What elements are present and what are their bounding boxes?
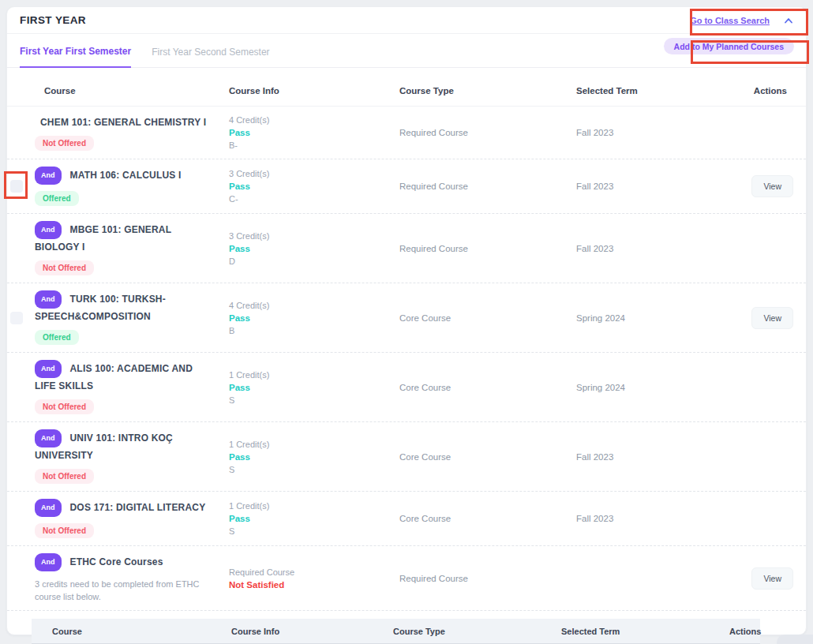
course-info-cell: 1 Credit(s) Pass S — [223, 438, 399, 476]
col-header-selected-term: Selected Term — [576, 86, 744, 95]
course-info-cell: 4 Credit(s) Pass B — [223, 299, 399, 337]
course-cell: AndMATH 106: CALCULUS I Offered — [35, 167, 223, 206]
checkbox-cell — [7, 221, 35, 275]
and-badge: And — [35, 167, 62, 185]
pass-text: Pass — [229, 126, 399, 139]
and-badge: And — [35, 499, 62, 517]
pass-text: Pass — [229, 512, 399, 525]
grade-text: B — [229, 324, 399, 337]
tab-first-year-first-semester[interactable]: First Year First Semester — [20, 46, 131, 68]
course-cell: AndTURK 100: TURKSH-SPEECH&COMPOSITION O… — [35, 290, 223, 345]
credits-text: 1 Credit(s) — [229, 500, 399, 512]
selected-term-cell: Spring 2024 — [576, 313, 744, 323]
course-cell: AndALIS 100: ACADEMIC AND LIFE SKILLS No… — [35, 360, 223, 414]
checkbox-cell — [7, 360, 35, 414]
table-row: AndALIS 100: ACADEMIC AND LIFE SKILLS No… — [7, 353, 806, 422]
course-info-cell: 1 Credit(s) Pass S — [223, 500, 399, 537]
course-type-cell: Core Course — [399, 383, 576, 392]
credits-text: 4 Credit(s) — [229, 299, 399, 312]
go-to-class-search-link[interactable]: Go to Class Search — [690, 16, 770, 25]
course-cell: AndMBGE 101: GENERAL BIOLOGY I Not Offer… — [35, 221, 223, 275]
course-info-cell: 3 Credit(s) Pass C- — [223, 167, 399, 205]
chevron-up-icon[interactable] — [784, 17, 793, 24]
tab-first-year-second-semester[interactable]: First Year Second Semester — [152, 47, 269, 67]
table-row: AndMBGE 101: GENERAL BIOLOGY I Not Offer… — [7, 214, 806, 283]
course-type-cell: Required Course — [399, 244, 576, 253]
grade-text: S — [229, 463, 399, 476]
status-badge: Not Offered — [35, 136, 94, 151]
col-header-course: Course — [32, 627, 231, 636]
group-requirement-description: 3 credits need to be completed from ETHC… — [35, 578, 218, 603]
checkbox-cell — [7, 429, 35, 484]
credits-text: 1 Credit(s) — [229, 438, 399, 451]
ethc-course-list-table: Course Course Info Course Type Selected … — [32, 619, 760, 644]
row-checkbox[interactable] — [10, 180, 23, 193]
grade-text: B- — [229, 139, 399, 152]
course-cell: CHEM 101: GENERAL CHEMISTRY I Not Offere… — [35, 114, 223, 151]
actions-cell: View — [744, 175, 806, 197]
course-info-cell: 4 Credit(s) Pass B- — [223, 114, 399, 152]
table-row: AndTURK 100: TURKSH-SPEECH&COMPOSITION O… — [7, 283, 806, 353]
col-header-course-info: Course Info — [223, 86, 399, 95]
col-header-selected-term: Selected Term — [561, 627, 729, 636]
grade-text: D — [229, 255, 399, 268]
col-header-course: Course — [35, 86, 223, 95]
pass-text: Pass — [229, 381, 399, 394]
table-row: AndMATH 106: CALCULUS I Offered 3 Credit… — [7, 159, 806, 214]
course-title: DOS 171: DIGITAL LITERACY — [70, 502, 206, 513]
course-cell: AndDOS 171: DIGITAL LITERACY Not Offered — [35, 499, 223, 538]
course-cell: AndETHC Core Courses 3 credits need to b… — [35, 553, 223, 603]
header-right-group: Go to Class Search — [690, 7, 793, 34]
nested-table-header: Course Course Info Course Type Selected … — [32, 619, 760, 644]
status-badge: Not Offered — [35, 260, 94, 275]
course-info-cell: Required Course Not Satisfied — [223, 566, 399, 591]
credits-text: 3 Credit(s) — [229, 230, 399, 242]
and-badge: And — [35, 290, 62, 309]
checkbox-cell — [7, 290, 35, 345]
add-to-planned-courses-button[interactable]: Add to My Planned Courses — [664, 38, 794, 54]
course-title: ETHC Core Courses — [70, 556, 163, 567]
course-type-cell: Core Course — [399, 313, 576, 323]
view-button[interactable]: View — [751, 307, 793, 329]
checkbox-cell — [7, 499, 35, 538]
and-badge: And — [35, 429, 62, 447]
col-header-course-type: Course Type — [399, 86, 576, 95]
course-type-cell: Core Course — [399, 514, 576, 523]
credits-text: 4 Credit(s) — [229, 114, 399, 126]
requirement-type-text: Required Course — [229, 566, 399, 578]
row-checkbox[interactable] — [10, 312, 23, 324]
pass-text: Pass — [229, 312, 399, 324]
grade-text: S — [229, 525, 399, 537]
pass-text: Pass — [229, 451, 399, 463]
and-badge: And — [35, 553, 62, 571]
course-type-cell: Core Course — [399, 452, 576, 462]
selected-term-cell: Fall 2023 — [576, 452, 744, 462]
first-year-panel: FIRST YEAR Go to Class Search First Year… — [6, 6, 807, 635]
selected-term-cell: Spring 2024 — [576, 383, 744, 392]
grade-text: S — [229, 394, 399, 406]
actions-cell: View — [744, 307, 806, 329]
table-row: CHEM 101: GENERAL CHEMISTRY I Not Offere… — [7, 107, 806, 159]
view-button[interactable]: View — [751, 567, 793, 590]
status-badge: Not Offered — [35, 469, 94, 484]
course-type-cell: Required Course — [399, 128, 576, 137]
not-satisfied-text: Not Satisfied — [229, 578, 399, 591]
view-button[interactable]: View — [751, 175, 793, 197]
status-badge: Not Offered — [35, 523, 94, 538]
col-header-course-info: Course Info — [231, 627, 393, 636]
actions-cell: View — [744, 567, 806, 590]
page-title: FIRST YEAR — [20, 14, 86, 26]
table-row: AndUNIV 101: INTRO KOÇ UNIVERSITY Not Of… — [7, 422, 806, 492]
status-badge: Offered — [35, 191, 79, 206]
checkbox-cell — [7, 114, 35, 152]
course-cell: AndUNIV 101: INTRO KOÇ UNIVERSITY Not Of… — [35, 429, 223, 484]
col-header-actions: Actions — [744, 86, 806, 95]
table-header: Course Course Info Course Type Selected … — [7, 68, 806, 107]
status-badge: Not Offered — [35, 399, 94, 414]
selected-term-cell: Fall 2023 — [576, 182, 744, 191]
selected-term-cell: Fall 2023 — [576, 514, 744, 523]
panel-header: FIRST YEAR Go to Class Search — [7, 7, 806, 34]
course-type-cell: Required Course — [399, 182, 576, 191]
selected-term-cell: Fall 2023 — [576, 244, 744, 253]
grade-text: C- — [229, 193, 399, 205]
